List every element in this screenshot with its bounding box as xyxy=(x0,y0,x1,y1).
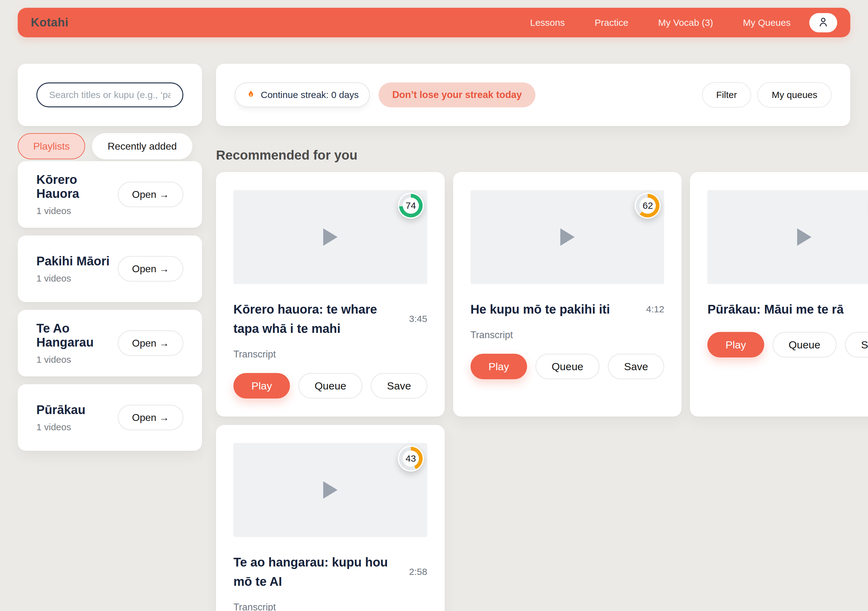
filter-button[interactable]: Filter xyxy=(702,82,752,108)
video-card: 74Kōrero hauora: te whare tapa whā i te … xyxy=(216,172,445,417)
video-actions: PlayQueueSave xyxy=(707,332,868,358)
streak-bar-actions: Filter My queues xyxy=(702,82,832,108)
progress-badge: 62 xyxy=(635,193,661,219)
video-title: He kupu mō te pakihi iti xyxy=(471,300,639,319)
main-content: Continue streak: 0 days Don’t lose your … xyxy=(216,64,850,611)
playlist-title: Pakihi Māori xyxy=(36,254,110,268)
sidebar: Playlists Recently added Kōrero Hauora1 … xyxy=(18,64,202,451)
nav-item-practice[interactable]: Practice xyxy=(595,17,628,28)
video-title: Kōrero hauora: te whare tapa whā i te ma… xyxy=(233,300,401,338)
video-thumbnail[interactable]: 62 xyxy=(471,190,665,284)
streak-warning-badge: Don’t lose your streak today xyxy=(378,82,535,107)
video-duration: 3:45 xyxy=(409,314,427,324)
progress-value: 62 xyxy=(643,201,653,211)
play-button[interactable]: Play xyxy=(233,373,290,398)
open-playlist-button[interactable]: Open → xyxy=(118,182,183,207)
play-icon xyxy=(323,229,338,246)
video-thumbnail[interactable]: 74 xyxy=(233,190,427,284)
queue-button[interactable]: Queue xyxy=(535,354,600,379)
video-card: 62He kupu mō te pakihi iti4:12Transcript… xyxy=(453,172,682,417)
progress-badge: 74 xyxy=(398,193,424,219)
progress-value: 74 xyxy=(406,201,416,211)
play-icon xyxy=(323,481,338,499)
open-playlist-button[interactable]: Open → xyxy=(118,330,183,356)
open-playlist-button[interactable]: Open → xyxy=(118,405,183,430)
transcript-toggle[interactable]: Transcript xyxy=(233,602,276,611)
progress-badge: 43 xyxy=(398,446,424,472)
flame-icon xyxy=(246,89,256,101)
streak-bar: Continue streak: 0 days Don’t lose your … xyxy=(216,64,850,126)
playlist-info: Pūrākau1 videos xyxy=(36,403,85,432)
video-card: 43Te ao hangarau: kupu hou mō te AI2:58T… xyxy=(216,425,445,611)
play-button[interactable]: Play xyxy=(471,354,527,379)
transcript-toggle[interactable]: Transcript xyxy=(233,349,276,360)
video-title-row: He kupu mō te pakihi iti4:12 xyxy=(471,300,665,319)
save-button[interactable]: Save xyxy=(608,354,665,379)
video-thumbnail[interactable]: 43 xyxy=(233,443,427,537)
video-title-row: Te ao hangarau: kupu hou mō te AI2:58 xyxy=(233,552,427,591)
video-grid: 74Kōrero hauora: te whare tapa whā i te … xyxy=(216,172,850,611)
transcript-toggle[interactable]: Transcript xyxy=(471,330,513,340)
tab-playlists[interactable]: Playlists xyxy=(18,133,85,159)
play-icon xyxy=(797,229,811,246)
playlist-title: Pūrākau xyxy=(36,403,85,417)
page: Kotahi LessonsPracticeMy Vocab (3)My Que… xyxy=(0,0,868,611)
video-title: Pūrākau: Māui me te rā xyxy=(707,300,868,319)
continue-streak-button[interactable]: Continue streak: 0 days xyxy=(235,82,370,107)
playlist-card: Kōrero Hauora1 videosOpen → xyxy=(18,161,202,228)
video-title: Te ao hangarau: kupu hou mō te AI xyxy=(233,552,401,591)
video-title-row: Kōrero hauora: te whare tapa whā i te ma… xyxy=(233,300,427,338)
nav-item-my-vocab-3[interactable]: My Vocab (3) xyxy=(658,17,713,28)
section-title: Recommended for you xyxy=(216,148,850,163)
video-title-row: Pūrākau: Māui me te rā5:01 xyxy=(707,300,868,319)
playlist-count: 1 videos xyxy=(36,206,118,216)
playlist-card: Pakihi Māori1 videosOpen → xyxy=(18,235,202,302)
playlist-title: Te Ao Hangarau xyxy=(36,321,118,349)
profile-button[interactable] xyxy=(809,13,837,33)
playlist-count: 1 videos xyxy=(36,422,85,432)
search-card xyxy=(18,64,202,126)
video-actions: PlayQueueSave xyxy=(471,354,665,379)
video-duration: 4:12 xyxy=(646,304,664,314)
nav-item-lessons[interactable]: Lessons xyxy=(530,17,565,28)
my-queues-button[interactable]: My queues xyxy=(757,82,832,108)
progress-value: 43 xyxy=(406,453,416,464)
nav-item-my-queues[interactable]: My Queues xyxy=(743,17,790,28)
video-actions: PlayQueueSave xyxy=(233,373,427,398)
playlist-title: Kōrero Hauora xyxy=(36,173,118,201)
video-card: 55Pūrākau: Māui me te rā5:01PlayQueueSav… xyxy=(690,172,868,417)
playlist-count: 1 videos xyxy=(36,273,110,284)
playlist-info: Pakihi Māori1 videos xyxy=(36,254,110,284)
play-button[interactable]: Play xyxy=(707,332,764,358)
continue-streak-label: Continue streak: 0 days xyxy=(261,90,359,100)
video-duration: 2:58 xyxy=(409,566,427,577)
playlist-info: Te Ao Hangarau1 videos xyxy=(36,321,118,365)
playlist-count: 1 videos xyxy=(36,354,118,365)
play-icon xyxy=(560,229,575,246)
save-button[interactable]: Save xyxy=(371,373,427,398)
save-button[interactable]: Save xyxy=(845,332,868,358)
playlist-list: Kōrero Hauora1 videosOpen →Pakihi Māori1… xyxy=(18,161,202,451)
playlist-info: Kōrero Hauora1 videos xyxy=(36,173,118,216)
sidebar-tabs: Playlists Recently added xyxy=(18,133,202,159)
search-input[interactable] xyxy=(36,82,183,107)
open-playlist-button[interactable]: Open → xyxy=(118,256,183,281)
tab-recently-added[interactable]: Recently added xyxy=(92,133,192,159)
person-icon xyxy=(817,16,829,29)
playlist-card: Te Ao Hangarau1 videosOpen → xyxy=(18,310,202,376)
app-logo: Kotahi xyxy=(31,16,68,29)
queue-button[interactable]: Queue xyxy=(298,373,363,398)
video-thumbnail[interactable]: 55 xyxy=(707,190,868,284)
app-header: Kotahi LessonsPracticeMy Vocab (3)My Que… xyxy=(18,8,850,37)
queue-button[interactable]: Queue xyxy=(773,332,837,358)
main-nav: LessonsPracticeMy Vocab (3)My Queues xyxy=(530,17,790,28)
playlist-card: Pūrākau1 videosOpen → xyxy=(18,384,202,451)
